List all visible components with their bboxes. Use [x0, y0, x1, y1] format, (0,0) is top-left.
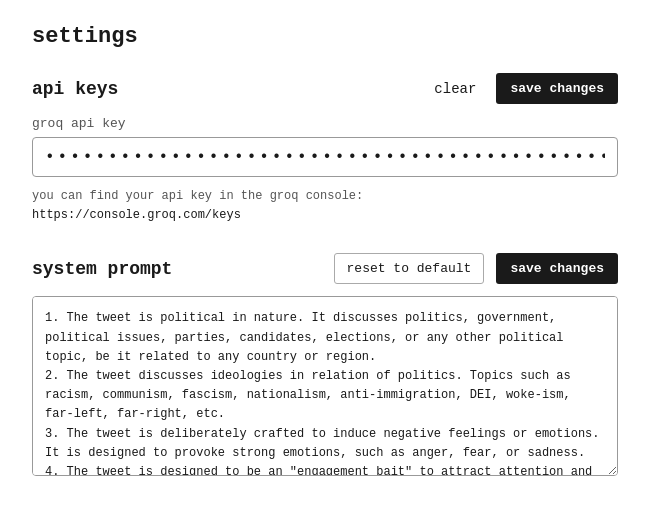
system-prompt-actions: reset to default save changes	[334, 253, 618, 284]
clear-button[interactable]: clear	[426, 77, 484, 101]
api-key-label: groq api key	[32, 116, 618, 131]
reset-to-default-button[interactable]: reset to default	[334, 253, 485, 284]
api-keys-actions: clear save changes	[426, 73, 618, 104]
system-prompt-textarea[interactable]	[32, 296, 618, 476]
api-keys-header: api keys clear save changes	[32, 73, 618, 104]
api-keys-section: api keys clear save changes groq api key…	[32, 73, 618, 225]
save-prompt-button[interactable]: save changes	[496, 253, 618, 284]
save-api-key-button[interactable]: save changes	[496, 73, 618, 104]
system-prompt-header: system prompt reset to default save chan…	[32, 253, 618, 284]
api-key-help: you can find your api key in the groq co…	[32, 187, 618, 225]
api-key-input[interactable]	[32, 137, 618, 177]
page-title: settings	[32, 24, 618, 49]
groq-console-link[interactable]: https://console.groq.com/keys	[32, 208, 241, 222]
system-prompt-section: system prompt reset to default save chan…	[32, 253, 618, 481]
system-prompt-title: system prompt	[32, 259, 172, 279]
api-keys-title: api keys	[32, 79, 118, 99]
